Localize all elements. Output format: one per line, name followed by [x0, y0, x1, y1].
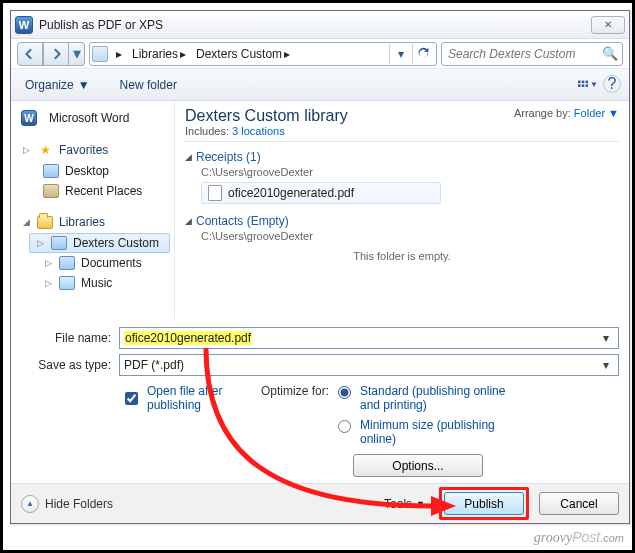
documents-icon: [59, 256, 75, 270]
nav-music[interactable]: ▷Music: [15, 273, 170, 293]
file-name: ofice2010generated.pdf: [228, 186, 354, 200]
music-icon: [59, 276, 75, 290]
refresh-button[interactable]: [412, 44, 434, 64]
nav-documents[interactable]: ▷Documents: [15, 253, 170, 273]
titlebar: W Publish as PDF or XPS ✕: [11, 11, 629, 39]
file-item[interactable]: ofice2010generated.pdf: [201, 182, 441, 204]
group-receipts: ◢Receipts (1) C:\Users\grooveDexter ofic…: [185, 150, 619, 204]
nav-dexters-custom[interactable]: ▷Dexters Custom: [29, 233, 170, 253]
publish-button[interactable]: Publish: [444, 492, 524, 515]
svg-rect-2: [586, 80, 589, 83]
footer: ▲ Hide Folders Tools ▼ Publish Cancel: [11, 483, 629, 523]
star-icon: ★: [37, 142, 53, 158]
nav-history-dropdown[interactable]: ▾: [69, 42, 85, 66]
search-icon: 🔍: [602, 46, 618, 61]
saveas-label: Save as type:: [21, 358, 111, 372]
new-folder-button[interactable]: New folder: [114, 74, 183, 96]
group-header[interactable]: ◢Receipts (1): [185, 150, 619, 164]
library-icon: [51, 236, 67, 250]
hide-folders-button[interactable]: ▲ Hide Folders: [21, 495, 113, 513]
cancel-button[interactable]: Cancel: [539, 492, 619, 515]
tools-menu[interactable]: Tools ▼: [380, 494, 429, 514]
chevron-up-icon: ▲: [21, 495, 39, 513]
desktop-icon: [43, 164, 59, 178]
group-contacts: ◢Contacts (Empty) C:\Users\grooveDexter: [185, 214, 619, 242]
crumb-libraries[interactable]: Libraries ▸: [128, 45, 190, 63]
close-button[interactable]: ✕: [591, 16, 625, 34]
arrange-by-label: Arrange by:: [514, 107, 571, 119]
nav-libraries[interactable]: ◢Libraries: [15, 211, 170, 233]
address-bar[interactable]: ▸ Libraries ▸ Dexters Custom ▸ ▾: [89, 42, 437, 66]
nav-desktop[interactable]: Desktop: [15, 161, 170, 181]
includes-label: Includes:: [185, 125, 229, 137]
optimize-minimum-input[interactable]: [338, 420, 351, 433]
saveas-value: PDF (*.pdf): [124, 358, 184, 372]
optimize-for-label: Optimize for:: [261, 384, 329, 398]
search-box[interactable]: 🔍: [441, 42, 623, 66]
svg-rect-4: [582, 84, 585, 87]
publish-highlight: Publish: [439, 487, 529, 520]
window-title: Publish as PDF or XPS: [39, 18, 591, 32]
options-button[interactable]: Options...: [353, 454, 483, 477]
nav-word[interactable]: WMicrosoft Word: [15, 107, 170, 129]
content-pane: Dexters Custom library Includes: 3 locat…: [175, 101, 629, 319]
crumb-sep[interactable]: ▸: [112, 45, 126, 63]
group-path: C:\Users\grooveDexter: [201, 230, 619, 242]
filename-value: ofice2010generated.pdf: [124, 331, 252, 345]
toolbar: Organize ▼ New folder ▼ ?: [11, 69, 629, 101]
dialog-window: W Publish as PDF or XPS ✕ ▾ ▸ Libraries …: [10, 10, 630, 524]
chevron-down-icon[interactable]: ▾: [598, 331, 614, 345]
navigation-pane: WMicrosoft Word ▷★Favorites Desktop Rece…: [11, 101, 175, 319]
chevron-down-icon[interactable]: ▾: [598, 358, 614, 372]
nav-back-button[interactable]: [17, 42, 43, 66]
watermark: groovyPost.com: [534, 529, 624, 546]
nav-forward-button[interactable]: [43, 42, 69, 66]
library-title: Dexters Custom library: [185, 107, 348, 125]
form-area: File name: ofice2010generated.pdf ▾ Save…: [11, 319, 629, 483]
empty-message: This folder is empty.: [185, 250, 619, 262]
search-input[interactable]: [446, 46, 602, 62]
location-icon: [92, 46, 108, 62]
saveas-combo[interactable]: PDF (*.pdf) ▾: [119, 354, 619, 376]
crumb-folder[interactable]: Dexters Custom ▸: [192, 45, 294, 63]
libraries-icon: [37, 214, 53, 230]
nav-back-forward: ▾: [17, 42, 85, 66]
pdf-file-icon: [208, 185, 222, 201]
includes-link[interactable]: 3 locations: [232, 125, 285, 137]
address-row: ▾ ▸ Libraries ▸ Dexters Custom ▸ ▾ 🔍: [11, 39, 629, 69]
open-after-input[interactable]: [125, 392, 138, 405]
svg-rect-3: [578, 84, 581, 87]
nav-recent[interactable]: Recent Places: [15, 181, 170, 201]
addr-dropdown[interactable]: ▾: [389, 44, 411, 64]
svg-rect-0: [578, 80, 581, 83]
view-mode-button[interactable]: ▼: [577, 75, 599, 95]
optimize-minimum-radio[interactable]: Minimum size (publishing online): [333, 418, 520, 446]
group-header[interactable]: ◢Contacts (Empty): [185, 214, 619, 228]
open-after-checkbox[interactable]: Open file after publishing: [121, 384, 261, 412]
main-area: WMicrosoft Word ▷★Favorites Desktop Rece…: [11, 101, 629, 319]
organize-menu[interactable]: Organize ▼: [19, 74, 96, 96]
svg-rect-5: [586, 84, 589, 87]
svg-rect-1: [582, 80, 585, 83]
word-app-icon: W: [15, 16, 33, 34]
help-button[interactable]: ?: [603, 75, 621, 93]
recent-icon: [43, 184, 59, 198]
optimize-standard-radio[interactable]: Standard (publishing online and printing…: [333, 384, 520, 412]
filename-label: File name:: [21, 331, 111, 345]
nav-favorites[interactable]: ▷★Favorites: [15, 139, 170, 161]
filename-combo[interactable]: ofice2010generated.pdf ▾: [119, 327, 619, 349]
group-path: C:\Users\grooveDexter: [201, 166, 619, 178]
optimize-standard-input[interactable]: [338, 386, 351, 399]
arrange-by-dropdown[interactable]: Folder ▼: [574, 107, 619, 119]
